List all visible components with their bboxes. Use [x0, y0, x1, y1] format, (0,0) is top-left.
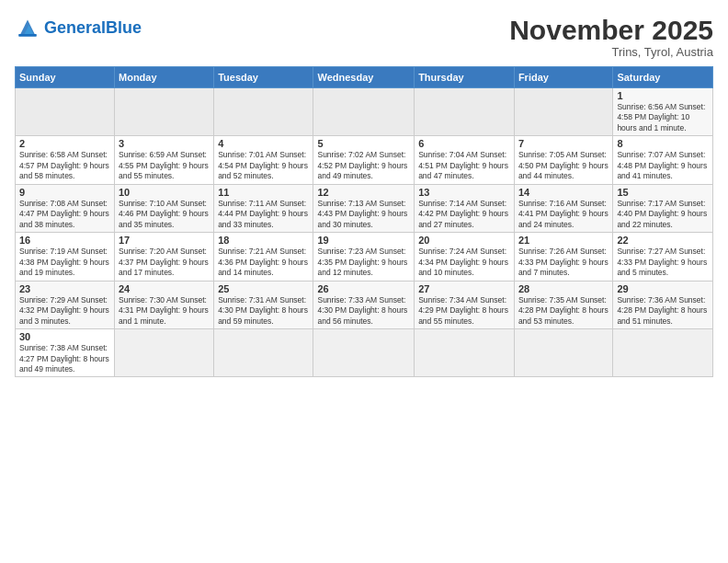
calendar-cell: 23Sunrise: 7:29 AM Sunset: 4:32 PM Dayli… — [16, 281, 115, 328]
day-number: 5 — [317, 138, 410, 149]
day-info: Sunrise: 7:07 AM Sunset: 4:48 PM Dayligh… — [617, 150, 709, 181]
calendar-cell: 30Sunrise: 7:38 AM Sunset: 4:27 PM Dayli… — [16, 329, 115, 377]
calendar-cell — [115, 329, 214, 377]
day-number: 24 — [119, 283, 210, 294]
day-info: Sunrise: 7:26 AM Sunset: 4:33 PM Dayligh… — [518, 247, 609, 278]
day-number: 26 — [317, 283, 410, 294]
day-number: 27 — [418, 283, 510, 294]
day-info: Sunrise: 7:01 AM Sunset: 4:54 PM Dayligh… — [218, 150, 309, 181]
header: GeneralBlue November 2025 Trins, Tyrol, … — [15, 15, 713, 59]
svg-rect-2 — [18, 34, 37, 37]
calendar-cell: 2Sunrise: 6:58 AM Sunset: 4:57 PM Daylig… — [16, 136, 115, 184]
month-title: November 2025 — [509, 15, 713, 45]
calendar-cell — [514, 88, 612, 136]
calendar-cell: 29Sunrise: 7:36 AM Sunset: 4:28 PM Dayli… — [613, 281, 713, 328]
calendar-row-0: 1Sunrise: 6:56 AM Sunset: 4:58 PM Daylig… — [16, 88, 713, 136]
calendar-row-2: 9Sunrise: 7:08 AM Sunset: 4:47 PM Daylig… — [16, 184, 713, 232]
day-info: Sunrise: 7:34 AM Sunset: 4:29 PM Dayligh… — [418, 295, 510, 327]
calendar-cell — [214, 88, 313, 136]
day-number: 9 — [19, 187, 110, 198]
calendar-cell — [313, 329, 415, 377]
logo-general: General — [44, 18, 106, 37]
calendar-cell — [415, 329, 515, 377]
day-info: Sunrise: 7:30 AM Sunset: 4:31 PM Dayligh… — [119, 295, 210, 327]
day-info: Sunrise: 7:29 AM Sunset: 4:32 PM Dayligh… — [19, 295, 110, 327]
calendar-cell: 17Sunrise: 7:20 AM Sunset: 4:37 PM Dayli… — [115, 233, 214, 281]
day-info: Sunrise: 7:35 AM Sunset: 4:28 PM Dayligh… — [518, 295, 609, 327]
calendar-row-5: 30Sunrise: 7:38 AM Sunset: 4:27 PM Dayli… — [16, 329, 713, 377]
calendar: Sunday Monday Tuesday Wednesday Thursday… — [15, 66, 713, 377]
calendar-cell: 18Sunrise: 7:21 AM Sunset: 4:36 PM Dayli… — [214, 233, 313, 281]
day-number: 6 — [418, 138, 510, 149]
calendar-cell: 4Sunrise: 7:01 AM Sunset: 4:54 PM Daylig… — [214, 136, 313, 184]
calendar-cell: 5Sunrise: 7:02 AM Sunset: 4:52 PM Daylig… — [313, 136, 415, 184]
day-info: Sunrise: 7:16 AM Sunset: 4:41 PM Dayligh… — [518, 199, 609, 230]
day-info: Sunrise: 7:20 AM Sunset: 4:37 PM Dayligh… — [119, 247, 210, 278]
day-number: 11 — [218, 187, 309, 198]
calendar-cell: 28Sunrise: 7:35 AM Sunset: 4:28 PM Dayli… — [514, 281, 612, 328]
day-info: Sunrise: 7:24 AM Sunset: 4:34 PM Dayligh… — [418, 247, 510, 278]
day-number: 13 — [418, 187, 510, 198]
calendar-row-4: 23Sunrise: 7:29 AM Sunset: 4:32 PM Dayli… — [16, 281, 713, 328]
day-info: Sunrise: 7:23 AM Sunset: 4:35 PM Dayligh… — [317, 247, 410, 278]
calendar-cell: 20Sunrise: 7:24 AM Sunset: 4:34 PM Dayli… — [415, 233, 515, 281]
day-number: 30 — [19, 331, 110, 342]
day-info: Sunrise: 7:13 AM Sunset: 4:43 PM Dayligh… — [317, 199, 410, 230]
calendar-row-1: 2Sunrise: 6:58 AM Sunset: 4:57 PM Daylig… — [16, 136, 713, 184]
logo-text: GeneralBlue — [44, 19, 142, 36]
col-sunday: Sunday — [16, 67, 115, 88]
calendar-cell: 8Sunrise: 7:07 AM Sunset: 4:48 PM Daylig… — [613, 136, 713, 184]
day-info: Sunrise: 7:05 AM Sunset: 4:50 PM Dayligh… — [518, 150, 609, 181]
calendar-cell: 1Sunrise: 6:56 AM Sunset: 4:58 PM Daylig… — [613, 88, 713, 136]
calendar-cell — [415, 88, 515, 136]
header-row: Sunday Monday Tuesday Wednesday Thursday… — [16, 67, 713, 88]
calendar-cell: 13Sunrise: 7:14 AM Sunset: 4:42 PM Dayli… — [415, 184, 515, 232]
day-info: Sunrise: 7:08 AM Sunset: 4:47 PM Dayligh… — [19, 199, 110, 230]
calendar-cell — [115, 88, 214, 136]
col-thursday: Thursday — [415, 67, 515, 88]
subtitle: Trins, Tyrol, Austria — [509, 45, 713, 59]
day-info: Sunrise: 7:10 AM Sunset: 4:46 PM Dayligh… — [119, 199, 210, 230]
day-number: 25 — [218, 283, 309, 294]
day-number: 21 — [518, 235, 609, 246]
calendar-cell: 16Sunrise: 7:19 AM Sunset: 4:38 PM Dayli… — [16, 233, 115, 281]
calendar-cell: 25Sunrise: 7:31 AM Sunset: 4:30 PM Dayli… — [214, 281, 313, 328]
day-info: Sunrise: 7:36 AM Sunset: 4:28 PM Dayligh… — [617, 295, 709, 327]
calendar-cell: 22Sunrise: 7:27 AM Sunset: 4:33 PM Dayli… — [613, 233, 713, 281]
calendar-row-3: 16Sunrise: 7:19 AM Sunset: 4:38 PM Dayli… — [16, 233, 713, 281]
day-info: Sunrise: 7:33 AM Sunset: 4:30 PM Dayligh… — [317, 295, 410, 327]
day-number: 2 — [19, 138, 110, 149]
day-number: 3 — [119, 138, 210, 149]
calendar-cell: 27Sunrise: 7:34 AM Sunset: 4:29 PM Dayli… — [415, 281, 515, 328]
col-monday: Monday — [115, 67, 214, 88]
day-info: Sunrise: 7:19 AM Sunset: 4:38 PM Dayligh… — [19, 247, 110, 278]
day-info: Sunrise: 6:58 AM Sunset: 4:57 PM Dayligh… — [19, 150, 110, 181]
day-info: Sunrise: 7:14 AM Sunset: 4:42 PM Dayligh… — [418, 199, 510, 230]
day-info: Sunrise: 7:27 AM Sunset: 4:33 PM Dayligh… — [617, 247, 709, 278]
day-number: 23 — [19, 283, 110, 294]
calendar-cell: 12Sunrise: 7:13 AM Sunset: 4:43 PM Dayli… — [313, 184, 415, 232]
day-number: 20 — [418, 235, 510, 246]
calendar-cell — [313, 88, 415, 136]
logo: GeneralBlue — [15, 15, 142, 40]
day-info: Sunrise: 7:21 AM Sunset: 4:36 PM Dayligh… — [218, 247, 309, 278]
calendar-cell: 14Sunrise: 7:16 AM Sunset: 4:41 PM Dayli… — [514, 184, 612, 232]
day-number: 14 — [518, 187, 609, 198]
day-number: 18 — [218, 235, 309, 246]
calendar-cell: 10Sunrise: 7:10 AM Sunset: 4:46 PM Dayli… — [115, 184, 214, 232]
day-number: 17 — [119, 235, 210, 246]
day-number: 19 — [317, 235, 410, 246]
day-number: 29 — [617, 283, 709, 294]
calendar-cell — [214, 329, 313, 377]
calendar-cell — [16, 88, 115, 136]
day-info: Sunrise: 7:38 AM Sunset: 4:27 PM Dayligh… — [19, 343, 110, 374]
day-info: Sunrise: 7:02 AM Sunset: 4:52 PM Dayligh… — [317, 150, 410, 181]
day-number: 4 — [218, 138, 309, 149]
day-number: 8 — [617, 138, 709, 149]
day-info: Sunrise: 6:56 AM Sunset: 4:58 PM Dayligh… — [617, 102, 709, 133]
day-info: Sunrise: 7:17 AM Sunset: 4:40 PM Dayligh… — [617, 199, 709, 230]
calendar-cell: 26Sunrise: 7:33 AM Sunset: 4:30 PM Dayli… — [313, 281, 415, 328]
day-info: Sunrise: 7:04 AM Sunset: 4:51 PM Dayligh… — [418, 150, 510, 181]
col-wednesday: Wednesday — [313, 67, 415, 88]
day-number: 1 — [617, 90, 709, 101]
